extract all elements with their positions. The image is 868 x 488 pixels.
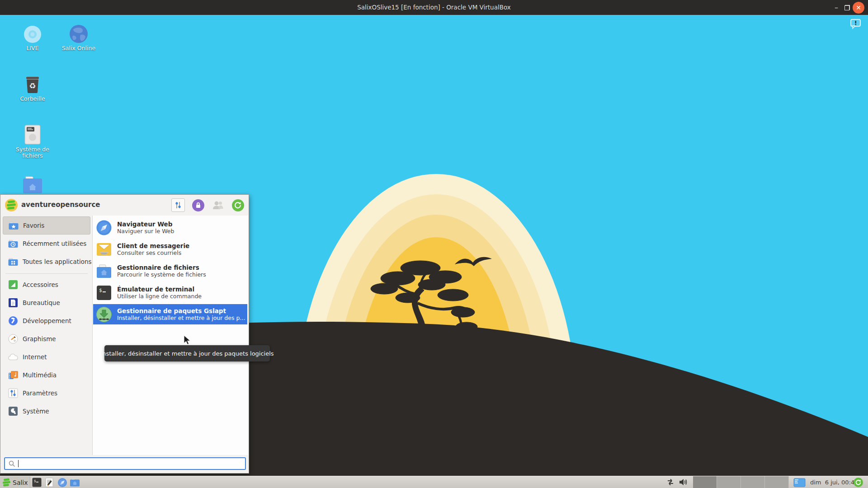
window-list-icon[interactable] [793,478,806,487]
category-label: Accessoires [23,281,58,288]
svg-text:$: $ [34,479,36,483]
launcher-text-editor[interactable] [44,477,55,488]
app-row-terminal[interactable]: $ Émulateur de terminal Utiliser la lign… [93,282,247,303]
category-list: Favoris Récemment utilisées [2,216,92,454]
category-favorites[interactable]: Favoris [3,216,90,235]
file-manager-icon [70,478,80,487]
category-office[interactable]: Bureautique [3,294,90,312]
category-label: Système [23,408,49,415]
category-label: Récemment utilisées [23,240,86,247]
volume-icon[interactable] [678,478,688,487]
category-label: Multimédia [23,371,57,379]
category-label: Toutes les applications [23,258,92,265]
lock-screen-button[interactable] [191,198,205,212]
launcher-web-browser[interactable] [57,477,67,488]
category-system[interactable]: Système [3,402,90,420]
application-list: Navigateur Web Naviguer sur le Web [92,216,248,455]
settings-button[interactable] [171,198,185,212]
app-row-web-browser[interactable]: Navigateur Web Naviguer sur le Web [93,217,247,238]
menu-header: aventureopensource [0,195,249,216]
development-icon [8,315,19,326]
category-graphics[interactable]: Graphisme [3,330,90,348]
accessories-icon [8,279,19,290]
sliders-icon [8,388,19,399]
graphics-icon [8,333,19,344]
workspace-1[interactable] [693,476,717,488]
logout-icon [855,479,861,485]
wrench-icon [8,406,19,417]
search-icon [9,460,15,467]
desktop-icon-home-folder[interactable] [9,174,56,195]
workspace-2[interactable] [717,476,741,488]
terminal-icon: $ [32,478,42,487]
restore-icon [844,5,850,10]
log-out-button[interactable] [231,198,245,212]
category-multimedia[interactable]: Multimédia [3,366,90,384]
desktop-icon-trash[interactable]: ♻ Corbeille [9,75,56,102]
launcher-file-manager[interactable] [70,477,80,488]
desktop-icon-filesystem[interactable]: Système de fichiers [9,124,56,159]
logout-icon [234,202,241,209]
category-label: Bureautique [23,299,60,306]
category-label: Favoris [23,222,44,229]
app-title: Émulateur de terminal [117,286,202,293]
mail-icon [96,241,112,258]
clock[interactable]: dim 6 jui, 00:43 [810,476,858,488]
category-internet[interactable]: Internet [3,348,90,366]
mouse-cursor [183,335,193,346]
switch-user-button[interactable] [211,198,225,212]
notification-bubble-icon[interactable] [850,19,862,31]
category-separator [5,273,88,274]
lock-icon [195,202,201,208]
web-browser-icon [57,478,67,488]
desktop-icon-live[interactable]: LIVE [9,25,56,52]
svg-text:$: $ [99,287,102,293]
app-title: Gestionnaire de paquets Gslapt [117,307,247,314]
app-row-gslapt[interactable]: Gestionnaire de paquets Gslapt Installer… [93,304,247,324]
trash-can-icon: ♻ [9,75,56,94]
category-all-applications[interactable]: Toutes les applications [3,253,90,271]
taskbar-logout-button[interactable] [854,478,863,487]
window-title: SalixOSlive15 [En fonction] - Oracle VM … [0,0,868,15]
category-development[interactable]: Développement [3,312,90,330]
category-label: Internet [23,353,47,361]
virtualbox-window: SalixOSlive15 [En fonction] - Oracle VM … [0,0,868,488]
text-editor-icon [45,478,54,487]
category-recently-used[interactable]: Récemment utilisées [3,235,90,253]
app-title: Gestionnaire de fichiers [117,264,206,271]
launcher-terminal[interactable]: $ [32,477,42,488]
close-icon: ✕ [853,2,864,14]
folder-clock-icon [8,238,19,249]
multimedia-icon [8,370,19,380]
search-bar[interactable] [4,457,246,470]
gslapt-icon [96,306,112,323]
category-label: Graphisme [23,335,56,343]
sliders-icon [174,201,182,209]
desktop-icon-label: Corbeille [9,96,56,102]
app-subtitle: Utiliser la ligne de commande [117,293,202,300]
desktop-icon-salix-online[interactable]: Salix Online [55,24,102,52]
category-label: Développement [23,317,71,324]
hard-drive-icon [9,124,56,145]
web-browser-icon [96,220,112,236]
folder-star-icon [8,220,19,231]
workspace-4[interactable] [765,476,789,488]
workspace-pager[interactable] [693,476,789,488]
titlebar: SalixOSlive15 [En fonction] - Oracle VM … [0,0,868,15]
taskbar: Salix $ [0,476,868,488]
app-row-file-manager[interactable]: Gestionnaire de fichiers Parcourir le sy… [93,261,247,281]
app-row-mail-client[interactable]: Client de messagerie Consulter ses courr… [93,239,247,259]
taskbar-menu-button[interactable]: Salix [0,476,30,488]
search-input[interactable] [19,460,245,467]
category-settings[interactable]: Paramètres [3,384,90,402]
workspace-3[interactable] [741,476,765,488]
users-icon [212,200,224,210]
desktop: LIVE Salix Online ♻ Corbei [0,15,868,488]
app-subtitle: Parcourir le système de fichiers [117,271,206,278]
close-button[interactable]: ✕ [852,0,865,15]
network-icon[interactable] [665,478,675,487]
category-accessories[interactable]: Accessoires [3,276,90,294]
tooltip: Installer, désinstaller et mettre à jour… [104,345,270,361]
menu-button-label: Salix [13,479,28,486]
terminal-icon: $ [96,285,112,301]
